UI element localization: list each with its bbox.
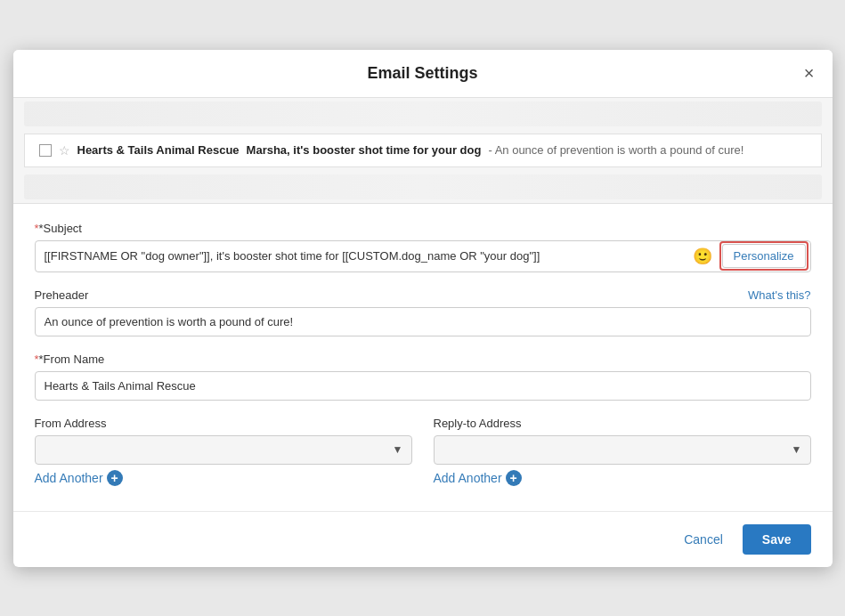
address-row: From Address ▼ Add Another + Reply-to Ad… — [35, 417, 811, 486]
add-another-from-button[interactable]: Add Another + — [35, 470, 123, 486]
preheader-field-group: Preheader What's this? — [35, 288, 811, 336]
subject-field-group: **Subject 🙂 Personalize — [35, 222, 811, 272]
blurred-row-bottom — [24, 174, 822, 199]
from-name-field-group: **From Name — [35, 353, 811, 401]
add-another-reply-plus-icon: + — [506, 470, 522, 486]
preheader-header: Preheader What's this? — [35, 288, 811, 302]
add-another-reply-button[interactable]: Add Another + — [434, 470, 522, 486]
whats-this-link[interactable]: What's this? — [748, 288, 810, 302]
from-name-label: **From Name — [35, 353, 811, 366]
modal-footer: Cancel Save — [13, 511, 833, 567]
preview-checkbox[interactable] — [39, 144, 52, 157]
reply-to-col: Reply-to Address ▼ Add Another + — [434, 417, 811, 486]
add-another-from-plus-icon: + — [107, 470, 123, 486]
close-button[interactable]: × — [800, 61, 818, 85]
preheader-input[interactable] — [35, 307, 811, 336]
email-preview-row: ☆ Hearts & Tails Animal Rescue Marsha, i… — [24, 134, 822, 167]
subject-label: **Subject — [35, 222, 811, 235]
subject-input[interactable] — [36, 242, 687, 270]
add-another-reply-label: Add Another — [434, 471, 502, 485]
reply-to-label: Reply-to Address — [434, 417, 811, 430]
modal-body: **Subject 🙂 Personalize Preheader What's… — [13, 204, 833, 511]
email-settings-modal: Email Settings × ☆ Hearts & Tails Animal… — [13, 50, 833, 567]
from-address-wrapper: ▼ — [35, 435, 412, 465]
subject-wrapper: 🙂 Personalize — [35, 240, 811, 272]
from-name-input[interactable] — [35, 371, 811, 401]
personalize-btn-wrapper: Personalize — [719, 241, 808, 271]
add-another-from-label: Add Another — [35, 471, 103, 485]
email-preview-strip: ☆ Hearts & Tails Animal Rescue Marsha, i… — [13, 98, 833, 204]
preview-excerpt: - An ounce of prevention is worth a poun… — [488, 143, 743, 157]
modal-overlay: Email Settings × ☆ Hearts & Tails Animal… — [0, 0, 845, 616]
personalize-button[interactable]: Personalize — [722, 244, 806, 268]
cancel-button[interactable]: Cancel — [673, 525, 734, 554]
preview-sender: Hearts & Tails Animal Rescue — [77, 143, 240, 157]
from-address-select[interactable] — [35, 435, 412, 465]
emoji-picker-icon[interactable]: 🙂 — [687, 241, 718, 272]
blurred-row-top — [24, 101, 822, 126]
star-icon[interactable]: ☆ — [59, 143, 70, 158]
reply-to-select[interactable] — [434, 435, 811, 465]
modal-header: Email Settings × — [13, 50, 833, 98]
from-address-col: From Address ▼ Add Another + — [35, 417, 412, 486]
save-button[interactable]: Save — [743, 524, 811, 555]
modal-title: Email Settings — [367, 64, 477, 83]
from-address-label: From Address — [35, 417, 412, 430]
reply-to-wrapper: ▼ — [434, 435, 811, 465]
preheader-label: Preheader — [35, 288, 89, 302]
preview-subject: Marsha, it's booster shot time for your … — [247, 143, 482, 157]
